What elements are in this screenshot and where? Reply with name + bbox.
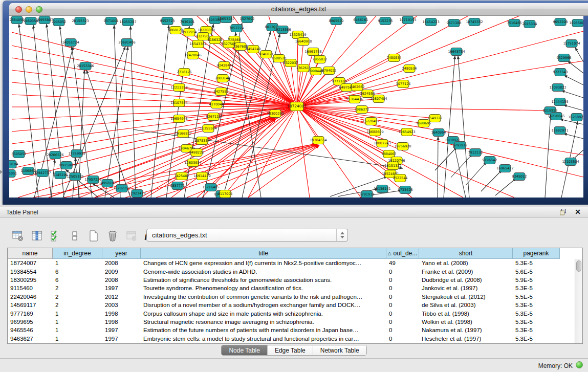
graph-node[interactable]: 15136141 [374,185,390,193]
graph-node[interactable]: 1527602 [240,16,255,23]
table-settings-icon[interactable] [12,230,24,242]
graph-node[interactable]: 7462662 [350,83,365,91]
table-row[interactable]: 1830029562008Estimation of significance … [8,276,575,284]
graph-node[interactable]: 9699695 [417,120,431,127]
table-cell[interactable]: 0 [386,301,419,309]
graph-node[interactable]: 9227343 [553,69,568,76]
graph-node[interactable]: 9329966 [557,54,572,62]
graph-node[interactable]: 12103504 [562,158,579,166]
tab-network-table[interactable]: Network Table [313,345,366,355]
graph-node[interactable]: 1077124 [396,80,411,88]
table-cell[interactable]: 0 [386,335,419,343]
table-cell[interactable]: 2003 [102,301,141,309]
column-header-name[interactable]: name [8,248,53,259]
graph-node[interactable]: 1733426 [398,186,413,194]
network-canvas[interactable]: 2684055946035416955807790505220155323957… [9,16,583,198]
graph-node[interactable]: 16965422 [496,165,513,172]
table-row[interactable]: 1938455462009Genome-wide association stu… [8,267,575,275]
graph-node[interactable]: 8186328 [208,36,223,44]
table-row[interactable]: 2242004622012Investigating the contribut… [8,293,575,301]
graph-node[interactable]: 8505051 [12,150,27,158]
table-cell[interactable]: Tourette syndrome. Phenomenology and cla… [141,284,386,292]
table-cell[interactable]: Hescheler et al. (1997) [419,335,513,343]
table-cell[interactable]: 1 [53,309,102,317]
table-cell[interactable]: Investigating the contribution of common… [141,293,386,301]
table-cell[interactable]: 0 [386,326,419,334]
table-cell[interactable]: Tibbo et al. (1998) [419,309,513,317]
graph-node[interactable]: 12213353 [170,84,187,92]
row-height-icon[interactable] [69,230,80,242]
table-cell[interactable]: 5.3E-5 [513,284,560,292]
graph-node[interactable]: 4170044 [209,101,224,108]
table-cell[interactable]: 5.6E-5 [513,267,560,275]
table-cell[interactable]: 2 [53,301,102,309]
graph-node[interactable]: 1549322 [428,115,443,122]
tab-node-table[interactable]: Node Table [222,345,268,355]
graph-node[interactable]: 8427552 [214,88,229,96]
table-cell[interactable]: 14569117 [8,301,53,309]
table-cell[interactable]: 0 [386,267,419,275]
graph-node[interactable]: 16258929 [568,114,583,121]
graph-node[interactable]: 9671388 [447,19,462,27]
graph-node[interactable]: 10719155 [399,16,416,24]
graph-node[interactable]: 7986372 [355,106,369,114]
tab-edge-table[interactable]: Edge Table [268,345,313,355]
table-cell[interactable]: 1 [53,318,102,326]
table-cell[interactable]: Genome-wide association studies in ADHD. [141,267,386,275]
graph-node[interactable]: 19654923 [398,128,415,136]
graph-node[interactable]: 9267110 [206,113,221,121]
table-cell[interactable]: 5.3E-5 [513,335,560,343]
table-cell[interactable]: 9465546 [8,326,53,334]
graph-node[interactable]: 15692971 [551,127,568,135]
table-cell[interactable]: Structural magnetic resonance image aver… [141,318,386,326]
graph-node[interactable]: 9857771 [170,182,185,190]
column-header-in_degree[interactable]: in_degree [53,248,102,259]
graph-node[interactable]: 16648784 [448,48,465,56]
column-header-out_de[interactable]: △out_de... [386,248,419,259]
graph-node[interactable]: 2803144 [215,75,230,82]
table-cell[interactable]: 1997 [102,335,141,343]
graph-node[interactable]: 9117004 [218,190,233,198]
graph-node[interactable]: 16955807 [36,16,53,24]
table-cell[interactable]: 1997 [102,326,141,334]
graph-node[interactable]: 9571004 [104,17,119,25]
graph-node[interactable]: 10745552 [466,18,483,26]
table-cell[interactable]: 49 [386,259,419,267]
graph-node[interactable]: 16955808 [569,19,583,27]
table-cell[interactable]: 1998 [102,318,141,326]
graph-node[interactable]: 6791913 [360,191,375,198]
graph-node[interactable]: 9196542 [483,157,497,164]
graph-node[interactable]: 9652208 [553,18,568,26]
table-cell[interactable]: 2008 [102,259,141,267]
table-cell[interactable]: 2008 [102,276,141,284]
graph-node[interactable]: 7936101 [180,18,195,26]
graph-node[interactable]: 15720407 [362,118,379,125]
table-cell[interactable]: 6 [53,276,102,284]
graph-node[interactable]: 16454223 [422,18,439,26]
citation-graph[interactable]: 2684055946035416955807790505220155323957… [9,16,583,198]
table-cell[interactable]: 1998 [102,309,141,317]
graph-node[interactable]: 8878334 [195,137,210,145]
vertical-scrollbar[interactable] [575,259,582,343]
graph-node[interactable]: 20691406 [118,39,135,47]
table-dropdown[interactable]: citations_edges.txt [146,229,348,242]
new-table-icon[interactable] [88,230,99,242]
table-cell[interactable]: 22420046 [8,293,53,301]
table-cell[interactable]: Estimation of significance thresholds fo… [141,276,386,284]
table-cell[interactable]: Estimation of the future numbers of pati… [141,326,386,334]
graph-node[interactable]: 2522544 [393,174,408,182]
column-header-pagerank[interactable]: pagerank [513,248,560,259]
graph-node[interactable]: 17359938 [68,150,85,158]
table-cell[interactable]: Changes of HCN gene expression and I(f) … [141,259,386,267]
graph-node[interactable]: 9242844 [217,62,232,70]
graph-node[interactable]: 12093822 [549,84,566,92]
float-panel-icon[interactable] [559,209,567,215]
table-cell[interactable]: 5.3E-5 [513,301,560,309]
graph-node[interactable]: 19756928 [394,143,411,150]
graph-node[interactable]: 6466161 [354,16,368,24]
graph-node[interactable]: 8912954 [182,29,197,36]
table-cell[interactable]: 1 [53,335,102,343]
table-cell[interactable]: 9777169 [8,309,53,317]
table-cell[interactable]: 19384554 [8,267,53,275]
table-cell[interactable]: Wolkin et al. (1998) [419,318,513,326]
